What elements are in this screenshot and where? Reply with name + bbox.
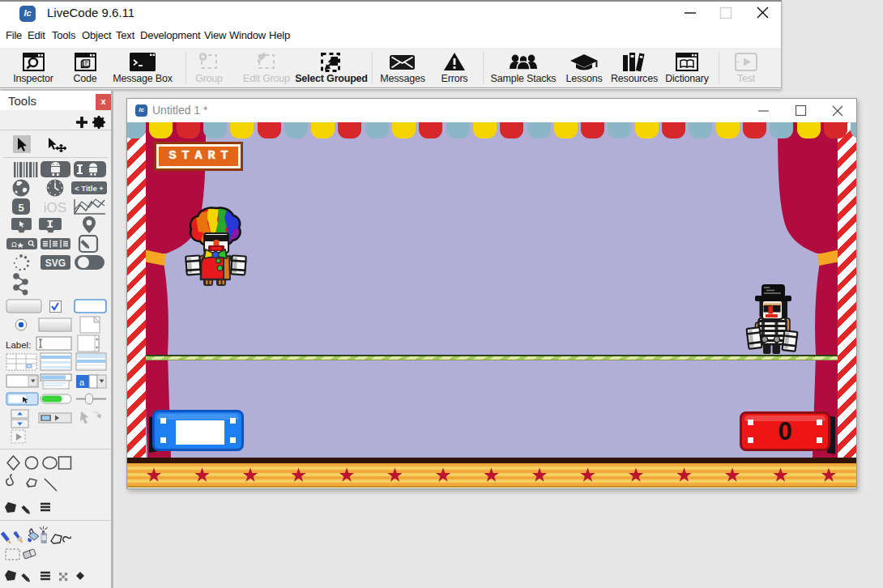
svg-text:Label:: Label: [6, 340, 31, 350]
svg-text:SVG: SVG [45, 258, 66, 269]
svg-text:< Title +: < Title + [75, 184, 104, 193]
svg-text:Ω: Ω [11, 241, 17, 249]
svg-text:a: a [79, 377, 85, 387]
svg-text:5: 5 [18, 202, 23, 214]
svg-text:iOS: iOS [44, 200, 66, 215]
